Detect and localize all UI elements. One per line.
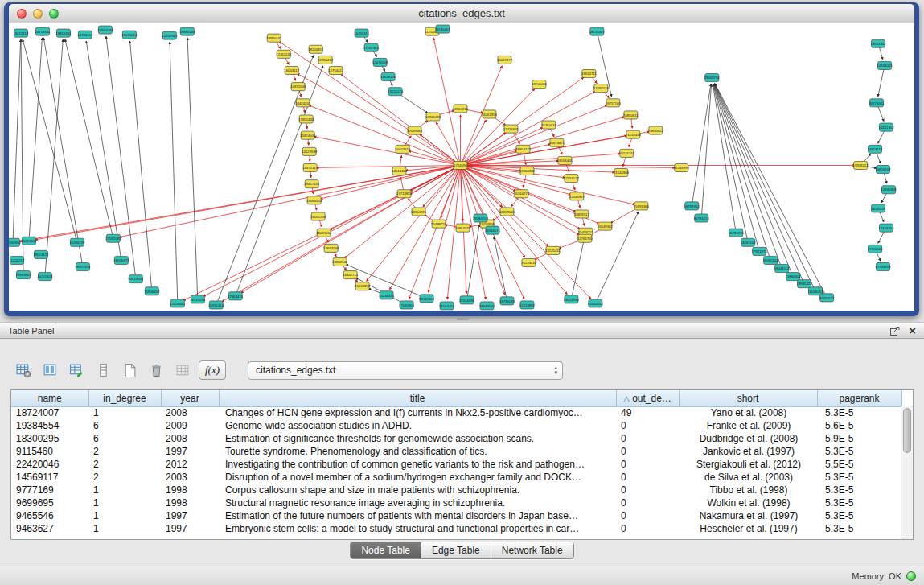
cell-title[interactable]: Disruption of a novel member of a sodium… [219,471,616,484]
cell-out_degree[interactable]: 0 [616,496,679,509]
column-header-year[interactable]: year [161,390,219,406]
cell-name[interactable]: 9465546 [11,509,88,522]
cell-title[interactable]: Corpus callosum shape and size in male p… [219,484,616,496]
row-options-icon[interactable] [92,360,113,381]
cell-short[interactable]: Yano et al. (2008) [679,406,817,419]
cell-year[interactable]: 1997 [161,509,219,522]
cell-year[interactable]: 2008 [161,406,219,419]
tab-edge-table[interactable]: Edge Table [421,542,491,558]
column-settings-icon[interactable] [13,360,34,381]
function-builder-button[interactable]: f(x) [199,360,226,380]
cell-name[interactable]: 9115460 [11,445,88,458]
cell-out_degree[interactable]: 0 [616,432,679,445]
table-row[interactable]: 2242004622012Investigating the contribut… [11,458,901,471]
table-row[interactable]: 969969511998Structural magnetic resonanc… [11,496,901,509]
cell-out_degree[interactable]: 0 [616,509,679,522]
cell-in_degree[interactable]: 6 [88,432,161,445]
cell-pagerank[interactable]: 5.3E-5 [817,509,901,522]
cell-name[interactable]: 22420046 [11,458,88,471]
close-window-button[interactable] [17,9,27,19]
cell-name[interactable]: 18724007 [11,406,88,419]
table-row[interactable]: 946362711997Embryonic stem cells: a mode… [11,522,901,535]
edit-columns-icon[interactable] [66,360,87,381]
cell-title[interactable]: Investigating the contribution of common… [219,458,616,471]
cell-short[interactable]: de Silva et al. (2003) [679,471,817,484]
scrollbar-thumb[interactable] [903,408,911,453]
cell-in_degree[interactable]: 1 [88,406,161,419]
tab-network-table[interactable]: Network Table [491,542,573,558]
cell-short[interactable]: Dudbridge et al. (2008) [679,432,817,445]
cell-name[interactable]: 18300295 [11,432,88,445]
delete-table-icon[interactable] [146,360,166,381]
cell-title[interactable]: Estimation of significance thresholds fo… [219,432,616,445]
zoom-window-button[interactable] [49,9,59,19]
cell-out_degree[interactable]: 0 [616,458,679,471]
network-window-titlebar[interactable]: citations_edges.txt [9,4,914,23]
float-panel-icon[interactable] [889,325,901,336]
cell-short[interactable]: Stergiakouli et al. (2012) [679,458,817,471]
cell-name[interactable]: 9699695 [11,496,88,509]
cell-short[interactable]: Jankovic et al. (1997) [679,445,817,458]
table-selector[interactable]: citations_edges.txt ▴▾ [248,361,563,380]
minimize-window-button[interactable] [33,9,43,19]
cell-in_degree[interactable]: 1 [88,509,161,522]
cell-year[interactable]: 2009 [161,419,219,432]
cell-title[interactable]: Embryonic stem cells: a model to study s… [219,522,616,535]
cell-short[interactable]: Tibbo et al. (1998) [679,484,817,496]
cell-year[interactable]: 1997 [161,522,219,535]
cell-pagerank[interactable]: 5.3E-5 [817,496,901,509]
cell-title[interactable]: Changes of HCN gene expression and I(f) … [219,406,616,419]
cell-pagerank[interactable]: 5.3E-5 [817,522,901,535]
cell-short[interactable]: Wolkin et al. (1998) [679,496,817,509]
import-table-icon[interactable] [172,360,193,381]
cell-year[interactable]: 2012 [161,458,219,471]
cell-pagerank[interactable]: 5.3E-5 [817,406,901,419]
cell-pagerank[interactable]: 5.9E-5 [817,432,901,445]
panel-splitter[interactable] [0,316,924,322]
table-row[interactable]: 1938455462009Genome-wide association stu… [11,419,901,432]
cell-in_degree[interactable]: 1 [88,496,161,509]
table-row[interactable]: 1456911722003Disruption of a novel membe… [11,471,901,484]
cell-title[interactable]: Structural magnetic resonance image aver… [219,496,616,509]
column-header-pagerank[interactable]: pagerank [817,390,901,406]
table-row[interactable]: 911546021997Tourette syndrome. Phenomeno… [11,445,901,458]
table-row[interactable]: 946554611997Estimation of the future num… [11,509,901,522]
cell-out_degree[interactable]: 0 [616,445,679,458]
cell-year[interactable]: 2003 [161,471,219,484]
network-view[interactable]: 1724090185672111626195417716631189047421… [9,23,914,311]
cell-out_degree[interactable]: 49 [616,406,679,419]
cell-in_degree[interactable]: 2 [88,458,161,471]
cell-short[interactable]: Franke et al. (2009) [679,419,817,432]
cell-title[interactable]: Genome-wide association studies in ADHD. [219,419,616,432]
cell-out_degree[interactable]: 0 [616,522,679,535]
column-header-name[interactable]: name [11,390,88,406]
close-panel-icon[interactable]: × [909,324,916,336]
cell-pagerank[interactable]: 5.3E-5 [817,445,901,458]
column-header-title[interactable]: title [219,390,616,406]
cell-out_degree[interactable]: 0 [616,471,679,484]
cell-pagerank[interactable]: 5.3E-5 [817,484,901,496]
cell-short[interactable]: Hescheler et al. (1997) [679,522,817,535]
cell-in_degree[interactable]: 2 [88,445,161,458]
cell-in_degree[interactable]: 6 [88,419,161,432]
table-row[interactable]: 1830029562008Estimation of significance … [11,432,901,445]
show-columns-icon[interactable] [39,360,60,381]
cell-name[interactable]: 19384554 [11,419,88,432]
table-row[interactable]: 977716911998Corpus callosum shape and si… [11,484,901,496]
cell-year[interactable]: 1998 [161,496,219,509]
cell-out_degree[interactable]: 0 [616,484,679,496]
table-scrollbar[interactable] [901,406,913,540]
table-row[interactable]: 1872400712008Changes of HCN gene express… [11,406,901,419]
cell-short[interactable]: Nakamura et al. (1997) [679,509,817,522]
cell-in_degree[interactable]: 1 [88,484,161,496]
column-header-short[interactable]: short [679,390,817,406]
cell-title[interactable]: Tourette syndrome. Phenomenology and cla… [219,445,616,458]
new-table-icon[interactable] [119,360,140,381]
cell-name[interactable]: 9777169 [11,484,88,496]
cell-pagerank[interactable]: 5.6E-5 [817,419,901,432]
cell-in_degree[interactable]: 1 [88,522,161,535]
tab-node-table[interactable]: Node Table [351,542,421,558]
cell-pagerank[interactable]: 5.5E-5 [817,458,901,471]
cell-name[interactable]: 14569117 [11,471,88,484]
cell-pagerank[interactable]: 5.3E-5 [817,471,901,484]
